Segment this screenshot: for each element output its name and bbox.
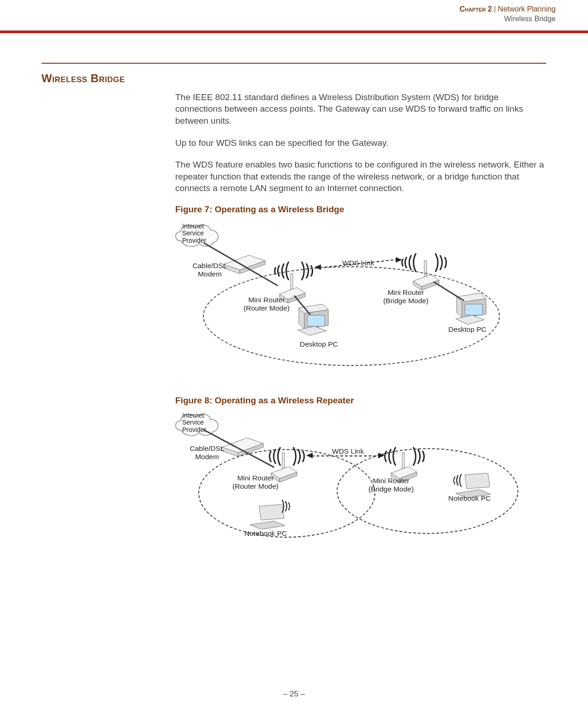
modem-label: Cable/DSL Modem <box>186 444 228 461</box>
figure8-diagram: Internet Service Provider Cable/DSL Mode… <box>175 407 560 555</box>
header-separator: | <box>492 5 498 13</box>
section-rule <box>42 63 546 64</box>
chapter-label: Chapter 2 <box>459 5 492 13</box>
arrowhead-right-icon <box>378 453 385 458</box>
wifi-waves-icon <box>279 497 302 515</box>
svg-marker-33 <box>250 521 285 529</box>
section-title: Wireless Bridge <box>42 72 588 85</box>
coverage-ellipse <box>203 266 500 366</box>
paragraph-1: The IEEE 802.11 standard defines a Wirel… <box>175 91 546 127</box>
chapter-title: Network Planning <box>498 5 556 13</box>
figure7-caption: Figure 7: Operating as a Wireless Bridge <box>175 204 588 215</box>
bridge-mode-label: Mini Router (Bridge Mode) <box>363 477 419 493</box>
wds-link-line <box>312 455 381 456</box>
page-number: – 25 – <box>0 689 588 699</box>
arrowhead-right-icon <box>396 257 402 263</box>
router-mode-label: Mini Router (Router Mode) <box>228 474 283 491</box>
wifi-waves-icon <box>289 443 321 469</box>
header-subtitle: Wireless Bridge <box>0 14 556 24</box>
page-header: Chapter 2 | Network Planning Wireless Br… <box>0 0 588 28</box>
figure8-caption: Figure 8: Operating as a Wireless Repeat… <box>175 395 588 406</box>
svg-marker-34 <box>465 473 490 489</box>
svg-rect-28 <box>402 453 404 468</box>
wifi-waves-icon <box>442 471 465 489</box>
arrowhead-left-icon <box>306 453 313 458</box>
wds-link-label: WDS Link <box>332 447 364 455</box>
figure7-diagram: Internet Service Provider Cable/DSL Mode… <box>175 216 560 383</box>
notebook-left-label: Notebook PC <box>244 529 287 538</box>
modem-label: Cable/DSL Modem <box>189 262 231 278</box>
wifi-waves-icon <box>253 443 285 469</box>
notebook-right-label: Notebook PC <box>448 494 491 503</box>
header-red-bar <box>0 30 588 33</box>
wifi-waves-icon <box>431 250 463 276</box>
body-text: The IEEE 802.11 standard defines a Wirel… <box>175 91 546 194</box>
paragraph-2: Up to four WDS links can be specified fo… <box>175 137 546 149</box>
wifi-waves-icon <box>409 443 441 469</box>
header-line-1: Chapter 2 | Network Planning <box>0 5 556 14</box>
paragraph-3: The WDS feature enables two basic functi… <box>175 159 546 194</box>
isp-label: Internet Service Provider <box>182 223 206 244</box>
